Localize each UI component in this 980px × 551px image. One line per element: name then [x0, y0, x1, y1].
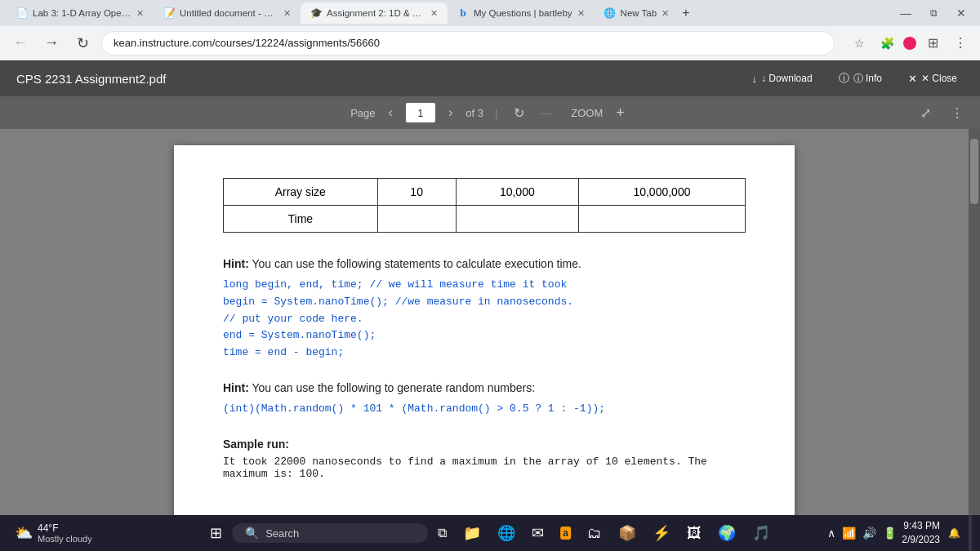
browser-button[interactable]: 🌍 [711, 521, 742, 545]
start-button[interactable]: ⊞ [203, 521, 229, 545]
forward-button[interactable]: → [39, 31, 64, 56]
music-button[interactable]: 🎵 [746, 521, 777, 545]
tab-bartleby[interactable]: b My Questions | bartleby ✕ [448, 2, 595, 24]
browser-frame: 📄 Lab 3: 1-D Array Operations ✕ 📝 Untitl… [0, 0, 980, 551]
pdf-content[interactable]: Array size 10 10,000 10,000,000 Time [0, 129, 969, 515]
pdf-title: CPS 2231 Assignment2.pdf [16, 72, 745, 86]
code-line-3: // put your code here. [223, 311, 746, 328]
tab-untitled-close[interactable]: ✕ [283, 8, 291, 19]
notification-button[interactable]: 🔔 [945, 527, 964, 539]
window-close-button[interactable]: ✕ [949, 1, 973, 25]
pdf-close-button[interactable]: ✕ ✕ Close [902, 69, 964, 88]
file-explorer-button[interactable]: 📁 [457, 521, 488, 545]
expand-button[interactable]: ⤢ [920, 105, 931, 121]
window-minimize-button[interactable]: — [893, 1, 918, 25]
zoom-in-button[interactable]: + [611, 103, 630, 123]
info-icon: ⓘ [839, 71, 849, 86]
more-button[interactable]: ⋮ [951, 105, 964, 121]
hint2-section: Hint: You can use the following to gener… [223, 381, 746, 418]
volume-icon[interactable]: 🔊 [862, 527, 876, 540]
back-button[interactable]: ← [8, 31, 33, 56]
edge-button[interactable]: 🌐 [491, 521, 522, 545]
new-tab-button[interactable]: + [679, 2, 693, 24]
hint1-code: long begin, end, time; // we will measur… [223, 277, 746, 362]
title-bar: 📄 Lab 3: 1-D Array Operations ✕ 📝 Untitl… [0, 0, 980, 26]
prev-page-button[interactable]: ‹ [384, 104, 398, 122]
rotate-button[interactable]: ↻ [509, 104, 529, 122]
next-page-button[interactable]: › [443, 104, 457, 122]
address-bar[interactable] [101, 31, 835, 56]
tab-assignment-close[interactable]: ✕ [430, 8, 438, 19]
scrollbar-track[interactable] [969, 129, 980, 515]
hint1-section: Hint: You can use the following statemen… [223, 257, 746, 362]
table-row: Time [224, 206, 746, 233]
weather-temp: 44°F [38, 522, 92, 534]
tab-bartleby-label: My Questions | bartleby [474, 8, 572, 18]
system-tray: ∧ 📶 🔊 🔋 [827, 527, 897, 540]
tab-newtab-icon: 🌐 [604, 7, 616, 19]
info-button[interactable]: ⓘ ⓘ Info [832, 68, 889, 89]
tab-newtab-close[interactable]: ✕ [662, 8, 669, 19]
chevron-up-icon[interactable]: ∧ [827, 527, 835, 540]
wifi-icon[interactable]: 📶 [842, 527, 856, 540]
tab-bartleby-close[interactable]: ✕ [577, 8, 585, 19]
tab-lab3[interactable]: 📄 Lab 3: 1-D Array Operations ✕ [7, 2, 154, 24]
settings-button[interactable]: ⋮ [949, 32, 972, 55]
taskbar-right: ∧ 📶 🔊 🔋 9:43 PM 2/9/2023 🔔 [819, 515, 980, 551]
mail-button[interactable]: ✉ [525, 521, 550, 545]
clock[interactable]: 9:43 PM 2/9/2023 [902, 519, 940, 547]
scrollbar-thumb[interactable] [970, 139, 978, 204]
tab-lab3-label: Lab 3: 1-D Array Operations [33, 8, 131, 18]
mail-icon: ✉ [532, 524, 544, 542]
table-header-10000000: 10,000,000 [578, 179, 745, 206]
show-desktop-button[interactable] [969, 515, 972, 551]
photos-button[interactable]: 🖼 [680, 522, 708, 545]
files-button[interactable]: 🗂 [581, 522, 608, 545]
window-restore-button[interactable]: ⧉ [921, 1, 946, 25]
table-cell-time-10000 [456, 206, 578, 233]
search-icon: 🔍 [245, 527, 259, 540]
tab-untitled-icon: 📝 [163, 7, 175, 19]
page-total: of 3 [466, 107, 483, 119]
cast-button[interactable]: ⊞ [921, 32, 944, 55]
hint1-text: Hint: You can use the following statemen… [223, 257, 746, 270]
sample-section: Sample run: It took 22000 nanoseconds to… [223, 438, 746, 480]
pdf-controls: Page ‹ › of 3 | ↻ — ZOOM + ⤢ ⋮ [0, 96, 980, 129]
bookmark-button[interactable]: ☆ [848, 32, 871, 55]
page-number-input[interactable] [406, 103, 435, 122]
tab-untitled[interactable]: 📝 Untitled document - Google ✕ [154, 2, 301, 24]
separator: | [495, 107, 497, 119]
separator2: — [541, 107, 551, 119]
tab-untitled-label: Untitled document - Google [180, 8, 278, 18]
browser-icon: 🌍 [718, 524, 736, 542]
tab-assignment[interactable]: 🎓 Assignment 2: 1D & 2D Arra… ✕ [301, 2, 448, 24]
tab-newtab[interactable]: 🌐 New Tab ✕ [595, 2, 679, 24]
code-line-5: time = end - begin; [223, 344, 746, 362]
photos-icon: 🖼 [687, 525, 702, 542]
hint2-bold: Hint: [223, 381, 249, 394]
table-header-array-size: Array size [224, 179, 378, 206]
dropbox-icon: 📦 [618, 524, 636, 542]
extensions-button[interactable]: 🧩 [875, 32, 898, 55]
tab-bartleby-icon: b [457, 7, 469, 19]
search-button[interactable]: 🔍 Search [232, 523, 428, 543]
taskbar-left: ⛅ 44°F Mostly cloudy [0, 522, 107, 544]
tab-lab3-close[interactable]: ✕ [136, 8, 144, 19]
pdf-toolbar: CPS 2231 Assignment2.pdf ↓ ↓ Download ⓘ … [0, 60, 980, 96]
page-label: Page [350, 107, 375, 119]
zoom-label: ZOOM [571, 107, 603, 119]
nav-right-controls: ☆ 🧩 ⊞ ⋮ [848, 32, 972, 55]
game-icon: ⚡ [653, 524, 670, 542]
window-controls: — ⧉ ✕ [893, 1, 973, 25]
data-table: Array size 10 10,000 10,000,000 Time [223, 178, 746, 233]
task-view-button[interactable]: ⧉ [431, 522, 453, 544]
weather-widget[interactable]: ⛅ 44°F Mostly cloudy [7, 522, 100, 544]
game-button[interactable]: ⚡ [646, 521, 677, 545]
amazon-button[interactable]: a [554, 523, 577, 543]
battery-icon[interactable]: 🔋 [883, 527, 897, 540]
tab-assignment-icon: 🎓 [310, 7, 322, 19]
dropbox-button[interactable]: 📦 [612, 521, 643, 545]
refresh-button[interactable]: ↻ [70, 31, 95, 56]
download-button[interactable]: ↓ ↓ Download [745, 69, 818, 88]
hint1-bold: Hint: [223, 257, 249, 270]
